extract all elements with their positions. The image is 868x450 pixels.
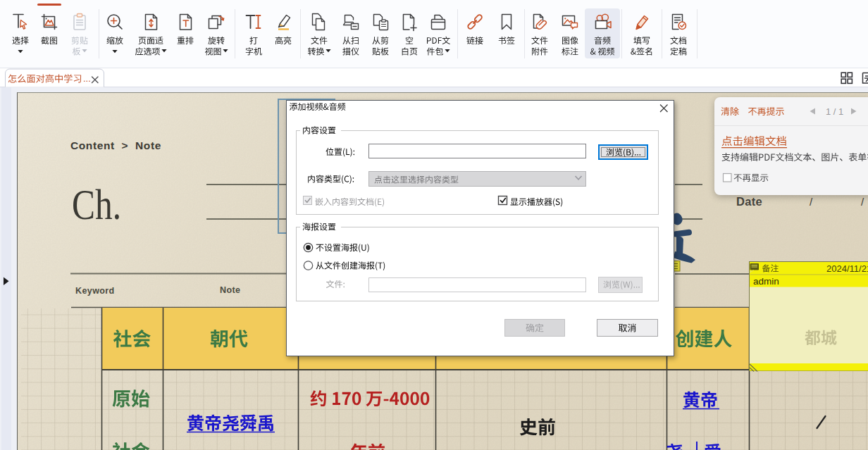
svg-text:2024/11/21: 2024/11/21 (826, 263, 868, 274)
svg-text:1 / 1: 1 / 1 (826, 106, 843, 117)
svg-text:Content > Note: Content > Note (70, 139, 161, 151)
svg-text:Date: Date (736, 195, 762, 208)
svg-text:Ch.: Ch. (72, 180, 121, 228)
svg-text:admin: admin (753, 276, 779, 287)
svg-text:Note: Note (220, 285, 240, 295)
svg-text:...: ... (83, 73, 91, 84)
svg-text:Keyword: Keyword (75, 286, 115, 296)
